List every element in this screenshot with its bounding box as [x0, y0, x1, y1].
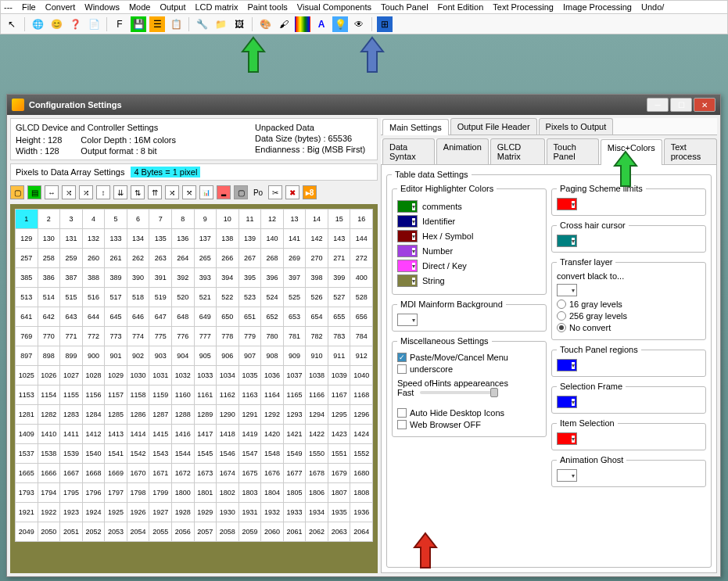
grid-cell[interactable]: 1934: [306, 503, 328, 522]
grid-cell[interactable]: 908: [261, 346, 284, 366]
menu-item[interactable]: Windows: [84, 2, 120, 12]
color-row[interactable]: ▾Number: [397, 245, 541, 257]
grid-cell[interactable]: 910: [306, 346, 328, 366]
palette-icon[interactable]: 🎨: [257, 16, 273, 32]
grid-cell[interactable]: 646: [127, 307, 149, 327]
grid-cell[interactable]: 655: [328, 307, 350, 327]
grid-cell[interactable]: 899: [60, 346, 83, 366]
grid-cell[interactable]: 1167: [328, 386, 350, 405]
grid-cell[interactable]: 272: [350, 249, 373, 268]
grid-cell[interactable]: 392: [171, 268, 194, 288]
grid-cell[interactable]: 1420: [261, 425, 284, 444]
grid-cell[interactable]: 1157: [105, 386, 127, 405]
grid-cell[interactable]: 784: [350, 327, 373, 346]
grid-cell[interactable]: 1804: [261, 483, 284, 503]
menu-item[interactable]: Text Processing: [493, 2, 554, 12]
grid-cell[interactable]: 393: [194, 268, 217, 288]
grid-cell[interactable]: 132: [82, 229, 105, 249]
grid-cell[interactable]: 129: [16, 229, 38, 249]
color-row[interactable]: ▾Identifier: [397, 215, 541, 228]
menu-item[interactable]: ---: [4, 2, 13, 12]
grid-cell[interactable]: 2063: [328, 522, 350, 542]
grid-cell[interactable]: 1163: [238, 386, 261, 405]
grid-cell[interactable]: 901: [105, 346, 127, 366]
arrow-uu-icon[interactable]: ⇈: [148, 185, 162, 199]
grid-cell[interactable]: 2052: [82, 522, 105, 542]
grid-cell[interactable]: 1410: [38, 425, 60, 444]
grid-cell[interactable]: 137: [194, 229, 217, 249]
grid-cell[interactable]: 4: [82, 210, 105, 229]
arrow-h-icon[interactable]: ↔: [45, 185, 59, 199]
webbrowser-check[interactable]: Web Browser OFF: [397, 420, 541, 429]
grid-cell[interactable]: 1669: [105, 464, 127, 483]
grid-cell[interactable]: 1537: [16, 444, 38, 464]
grid-cell[interactable]: 1295: [328, 405, 350, 425]
grid-cell[interactable]: 385: [16, 268, 38, 288]
grid-cell[interactable]: 1032: [171, 366, 194, 386]
grid-cell[interactable]: 1927: [149, 503, 172, 522]
grid-cell[interactable]: 528: [350, 288, 373, 307]
grid-cell[interactable]: 1282: [38, 405, 60, 425]
grid-cell[interactable]: 1292: [261, 405, 284, 425]
grid-cell[interactable]: 1932: [261, 503, 284, 522]
grid-cell[interactable]: 400: [350, 268, 373, 288]
grid-cell[interactable]: 1924: [82, 503, 105, 522]
paging-color[interactable]: ▾: [557, 198, 577, 210]
grid-cell[interactable]: 1153: [16, 386, 38, 405]
grid-cell[interactable]: 2057: [194, 522, 217, 542]
selframe-color[interactable]: ▾: [557, 396, 577, 408]
grid-cell[interactable]: 1025: [16, 366, 38, 386]
open-icon[interactable]: ▢: [10, 185, 24, 199]
grid-cell[interactable]: 514: [38, 288, 60, 307]
grid-cell[interactable]: 1936: [350, 503, 373, 522]
image-icon[interactable]: 🖼: [231, 16, 247, 32]
grid-cell[interactable]: 1154: [38, 386, 60, 405]
grid-cell[interactable]: 2060: [261, 522, 284, 542]
grid-cell[interactable]: 266: [217, 249, 239, 268]
grid-cell[interactable]: 1671: [149, 464, 172, 483]
help-icon[interactable]: ❓: [67, 16, 83, 32]
grid-cell[interactable]: 522: [217, 288, 239, 307]
transfer-color[interactable]: ▾: [557, 284, 577, 296]
grid-cell[interactable]: 1806: [306, 483, 328, 503]
grid-cell[interactable]: 1166: [306, 386, 328, 405]
chart2-icon[interactable]: ▂: [217, 185, 231, 199]
grid-cell[interactable]: 1546: [217, 444, 239, 464]
arrow-se-icon[interactable]: ⤮: [79, 185, 93, 199]
grid-cell[interactable]: 906: [217, 346, 239, 366]
grid-cell[interactable]: 1676: [261, 464, 284, 483]
grid-cell[interactable]: 1156: [82, 386, 105, 405]
grid-cell[interactable]: 513: [16, 288, 38, 307]
grid-cell[interactable]: 1926: [127, 503, 149, 522]
grid-cell[interactable]: 772: [82, 327, 105, 346]
grid-cell[interactable]: 397: [283, 268, 306, 288]
grid-cell[interactable]: 1923: [60, 503, 83, 522]
grid-cell[interactable]: 1677: [283, 464, 306, 483]
grid-cell[interactable]: 1422: [306, 425, 328, 444]
grid-cell[interactable]: 2050: [38, 522, 60, 542]
mdi-color-swatch[interactable]: ▾: [397, 314, 418, 326]
grid-cell[interactable]: 2064: [350, 522, 373, 542]
grid-cell[interactable]: 1035: [238, 366, 261, 386]
doc-icon[interactable]: 📄: [86, 16, 102, 32]
grid-cell[interactable]: 395: [238, 268, 261, 288]
gray-icon[interactable]: ▢: [234, 185, 248, 199]
po-label[interactable]: Po: [251, 185, 265, 199]
grid-cell[interactable]: 1039: [328, 366, 350, 386]
grid-cell[interactable]: 269: [283, 249, 306, 268]
grid-cell[interactable]: 654: [306, 307, 328, 327]
save-icon[interactable]: ▤: [27, 185, 41, 199]
grid-cell[interactable]: 1293: [283, 405, 306, 425]
grid-cell[interactable]: 519: [149, 288, 172, 307]
radio-option[interactable]: No convert: [557, 323, 701, 332]
grid-cell[interactable]: 1803: [238, 483, 261, 503]
grid-cell[interactable]: 1413: [105, 425, 127, 444]
font-icon[interactable]: F: [112, 16, 127, 32]
arrow8-icon[interactable]: ▸8: [303, 185, 317, 199]
grid-cell[interactable]: 1552: [350, 444, 373, 464]
grid-cell[interactable]: 1925: [105, 503, 127, 522]
grid-cell[interactable]: 912: [350, 346, 373, 366]
scissors-icon[interactable]: ✂: [268, 185, 282, 199]
grid-cell[interactable]: 782: [306, 327, 328, 346]
radio-option[interactable]: 16 gray levels: [557, 299, 701, 309]
